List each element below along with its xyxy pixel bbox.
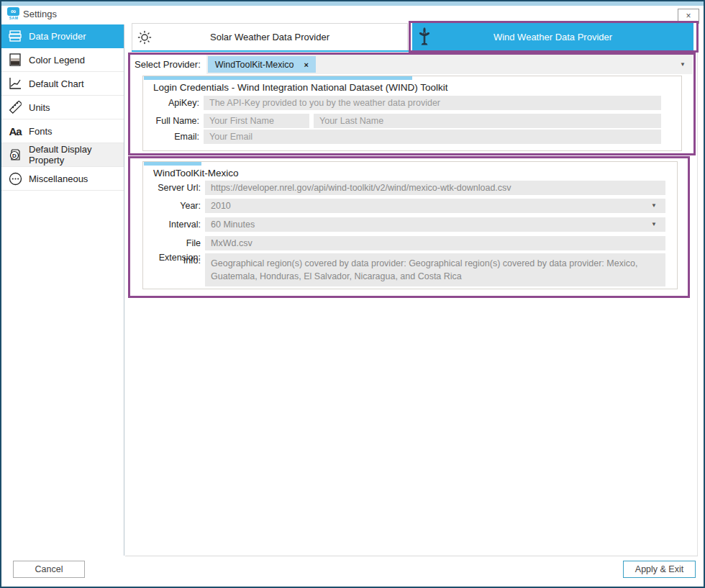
gradient-swatch-icon [7,52,23,68]
ruler-icon [7,99,23,115]
interval-row: Interval: 60 Minutes ▼ [143,217,673,232]
year-row: Year: 2010 ▼ [143,199,673,213]
info-field: Geographical region(s) covered by data p… [205,253,665,286]
provider-tag: WindToolKit-Mexico × [208,56,316,73]
ellipsis-circle-icon [7,171,23,186]
select-provider-label: Select Provider: [131,59,206,70]
server-url-label: Server Url: [143,181,205,195]
last-name-input[interactable] [314,114,661,128]
wind-turbine-icon [412,27,437,46]
tab-label: Solar Weather Data Provider [157,32,383,42]
sidebar-item-label: Data Provider [29,31,86,42]
sun-icon [132,30,157,45]
tab-solar-weather-data-provider[interactable]: Solar Weather Data Provider [132,23,408,50]
sidebar-item-label: Default Display Property [29,144,124,166]
database-icon [7,28,23,44]
year-label: Year: [143,199,205,213]
sidebar: Data Provider Color Legend Default Chart [1,24,124,556]
info-row: Info: Geographical region(s) covered by … [143,253,673,286]
sidebar-item-color-legend[interactable]: Color Legend [1,48,124,72]
select-provider-row: Select Provider: WindToolKit-Mexico × ▼ [131,55,693,74]
sidebar-item-label: Units [29,102,50,113]
apikey-input[interactable] [204,96,661,110]
chevron-down-icon: ▼ [651,217,657,232]
groupbox-accent-bar [144,162,201,166]
groupbox-accent-bar [144,76,412,80]
fullname-label: Full Name: [143,114,204,128]
tag-remove-icon[interactable]: × [304,60,309,69]
window-title: Settings [23,9,57,19]
settings-window: ∞ SAM Settings × Data Provider Color Leg… [0,0,705,588]
tab-wind-weather-data-provider[interactable]: Wind Weather Data Provider [412,23,693,50]
year-dropdown[interactable]: 2010 ▼ [205,199,665,213]
login-credentials-title: Login Credentials - Wind Integration Nat… [153,82,447,93]
chevron-down-icon: ▼ [651,199,657,213]
apply-exit-button[interactable]: Apply & Exit [623,561,696,578]
first-name-input[interactable] [204,114,309,128]
aa-glyph-icon: Aa [7,123,23,139]
apikey-label: ApiKey: [143,96,204,110]
sidebar-item-miscellaneous[interactable]: Miscellaneous [1,167,124,191]
info-label: Info: [143,253,205,286]
sidebar-item-default-chart[interactable]: Default Chart [1,72,124,96]
provider-combobox[interactable]: WindToolKit-Mexico × ▼ [206,55,693,74]
email-label: Email: [143,130,204,144]
login-credentials-groupbox: Login Credentials - Wind Integration Nat… [142,76,682,151]
server-url-row: Server Url: https://developer.nrel.gov/a… [143,181,673,195]
windtoolkit-mexico-title: WindToolKit-Mexico [153,168,239,178]
sidebar-item-units[interactable]: Units [1,96,124,119]
svg-text:D: D [12,153,17,159]
sidebar-item-label: Default Chart [29,78,84,89]
sidebar-item-fonts[interactable]: Aa Fonts [1,119,124,143]
tab-label: Wind Weather Data Provider [437,32,669,42]
email-row: Email: [143,130,676,144]
server-url-field[interactable]: https://developer.nrel.gov/api/wind-tool… [205,181,665,195]
fullname-row: Full Name: [143,114,676,128]
tabstrip-underline [132,50,693,52]
file-extension-field[interactable]: MxWd.csv [205,236,665,250]
footer-separator [125,556,698,556]
line-chart-icon [7,76,23,91]
content-panel: Solar Weather Data Provider Wind Weather… [125,23,698,556]
interval-label: Interval: [143,217,205,232]
provider-tag-label: WindToolKit-Mexico [215,60,294,70]
windtoolkit-mexico-groupbox: WindToolKit-Mexico Server Url: https://d… [142,161,678,289]
sidebar-item-label: Color Legend [29,55,85,65]
sam-logo-icon: ∞ SAM [7,7,20,22]
sidebar-item-label: Fonts [29,126,53,137]
titlebar: ∞ SAM Settings × [1,6,704,24]
email-input[interactable] [204,130,661,144]
sidebar-item-label: Miscellaneous [29,173,88,184]
cancel-button[interactable]: Cancel [13,561,85,578]
sidebar-item-default-display-property[interactable]: D Default Display Property [1,143,124,167]
apikey-row: ApiKey: [143,96,676,110]
close-icon[interactable]: × [678,9,699,24]
interval-dropdown[interactable]: 60 Minutes ▼ [205,217,665,232]
sidebar-item-data-provider[interactable]: Data Provider [1,24,124,48]
display-property-icon: D [7,147,23,163]
combobox-dropdown-icon[interactable]: ▼ [680,61,686,68]
